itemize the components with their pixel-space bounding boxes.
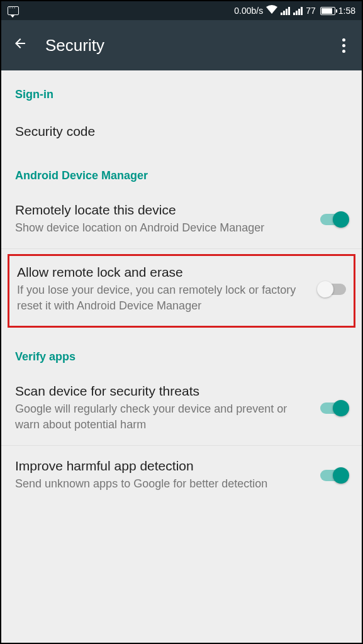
app-bar: Security [1, 20, 362, 70]
signal-icon-1 [281, 6, 290, 15]
status-bar: 0.00b/s 77 1:58 [1, 1, 362, 20]
scan-threats-title: Scan device for security threats [15, 384, 310, 399]
section-header-adm: Android Device Manager [1, 152, 362, 190]
scan-threats-text: Scan device for security threats Google … [15, 384, 310, 433]
security-code-label: Security code [15, 124, 348, 139]
wifi-icon [266, 5, 277, 16]
status-right: 0.00b/s 77 1:58 [234, 5, 355, 16]
remote-lock-erase-title: Allow remote lock and erase [17, 265, 308, 280]
remotely-locate-toggle[interactable] [320, 214, 348, 225]
remotely-locate-text: Remotely locate this device Show device … [15, 203, 310, 236]
data-rate: 0.00b/s [234, 6, 263, 16]
battery-icon [320, 7, 335, 15]
page-title: Security [45, 36, 337, 55]
section-header-verify: Verify apps [1, 333, 362, 371]
clock: 1:58 [338, 6, 355, 16]
message-icon [8, 6, 19, 15]
battery-percent: 77 [306, 6, 316, 16]
signal-icon-2 [293, 6, 303, 15]
remote-lock-erase-item[interactable]: Allow remote lock and erase If you lose … [17, 265, 346, 314]
improve-detection-item[interactable]: Improve harmful app detection Send unkno… [1, 446, 362, 504]
scan-threats-toggle[interactable] [320, 402, 348, 414]
settings-content: Sign-in Security code Android Device Man… [1, 70, 362, 504]
security-code-item[interactable]: Security code [1, 109, 362, 152]
section-header-signin: Sign-in [1, 70, 362, 109]
overflow-menu-icon[interactable] [337, 33, 350, 58]
improve-detection-toggle[interactable] [320, 470, 348, 481]
remotely-locate-subtitle: Show device location on Android Device M… [15, 220, 310, 236]
improve-detection-title: Improve harmful app detection [15, 458, 310, 474]
remote-lock-erase-toggle[interactable] [318, 284, 346, 295]
back-arrow-icon[interactable] [13, 35, 28, 55]
remotely-locate-title: Remotely locate this device [15, 203, 310, 218]
highlight-annotation: Allow remote lock and erase If you lose … [8, 254, 355, 327]
improve-detection-text: Improve harmful app detection Send unkno… [15, 458, 310, 492]
remote-lock-erase-text: Allow remote lock and erase If you lose … [17, 265, 308, 314]
remotely-locate-item[interactable]: Remotely locate this device Show device … [1, 190, 362, 249]
improve-detection-subtitle: Send unknown apps to Google for better d… [15, 476, 310, 492]
remote-lock-erase-subtitle: If you lose your device, you can remotel… [17, 282, 308, 314]
status-left [8, 6, 234, 15]
scan-threats-item[interactable]: Scan device for security threats Google … [1, 371, 362, 446]
scan-threats-subtitle: Google will regularly check your device … [15, 401, 310, 433]
